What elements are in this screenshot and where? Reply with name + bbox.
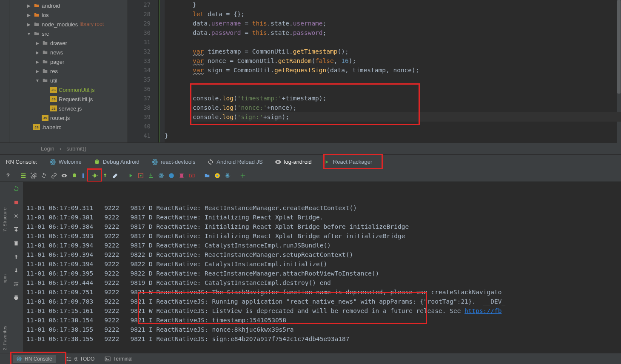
line-number: 41: [128, 131, 151, 140]
react-button-2[interactable]: [223, 171, 232, 180]
code-line-30: data.password = this.state.password;: [193, 28, 621, 37]
expand-arrow-icon[interactable]: ▼: [35, 78, 40, 83]
play-icon: [324, 159, 330, 165]
js-file-icon: JS: [50, 87, 57, 93]
log-line: 11-01 06:17:09.384 9222 9817 D ReactNati…: [26, 222, 618, 231]
up-button[interactable]: [12, 253, 20, 261]
sync-button[interactable]: [39, 171, 48, 180]
expand-arrow-icon[interactable]: ▶: [35, 50, 40, 55]
tree-item--babelrc[interactable]: JS.babelrc: [9, 122, 128, 132]
breadcrumb-class[interactable]: Login: [41, 145, 54, 152]
bottom-tab-terminal-label: Terminal: [113, 356, 132, 362]
log-line: 11-01 06:17:09.381 9222 9817 D ReactNati…: [26, 213, 618, 222]
bottom-tab-terminal[interactable]: Terminal: [105, 356, 132, 362]
tree-item-requestutil-js[interactable]: JSRequestUtil.js: [9, 94, 128, 104]
log-line: 11-01 06:17:09.751 9222 9821 W ReactNati…: [26, 287, 618, 297]
expand-arrow-icon[interactable]: ▼: [26, 31, 31, 36]
expand-arrow-icon[interactable]: ▶: [26, 3, 31, 8]
line-number-gutter: 272829303132333435363738394041: [128, 0, 159, 142]
expand-arrow-icon[interactable]: ▶: [35, 69, 40, 74]
folder-icon: [42, 77, 48, 83]
npm-button[interactable]: [187, 171, 197, 180]
tree-item-res[interactable]: ▶res: [9, 66, 128, 76]
project-tree[interactable]: ▶android▶ios▶node_moduleslibrary root▼sr…: [9, 0, 128, 142]
tab-debug-android[interactable]: Debug Android: [88, 155, 145, 169]
help-button[interactable]: ?: [3, 171, 13, 180]
wrap-button[interactable]: [12, 280, 20, 288]
expand-arrow-icon[interactable]: ▶: [35, 60, 40, 64]
log-link[interactable]: https://fb: [464, 307, 501, 314]
code-area[interactable]: } let data = {}; data.username = this.st…: [165, 0, 621, 142]
console-output[interactable]: 11-01 06:17:09.311 9222 9817 D ReactNati…: [23, 182, 621, 353]
folder-button[interactable]: [202, 171, 212, 180]
tree-item-pager[interactable]: ▶pager: [9, 57, 128, 66]
svg-point-21: [216, 174, 219, 176]
tab-android-reload[interactable]: Android Reload JS: [201, 155, 268, 169]
expand-arrow-icon[interactable]: ▶: [26, 22, 31, 27]
tree-item-router-js[interactable]: JSrouter.js: [9, 113, 128, 122]
side-tab-npm[interactable]: npm: [2, 274, 7, 283]
side-tab-favorites[interactable]: 2: Favorites: [2, 326, 7, 350]
tree-item-ios[interactable]: ▶ios: [9, 10, 128, 20]
side-tab-structure[interactable]: 7: Structure: [2, 208, 7, 232]
config-button[interactable]: [19, 171, 28, 180]
tree-item-news[interactable]: ▶news: [9, 48, 128, 57]
link-button[interactable]: [49, 171, 59, 180]
tree-item-drawer[interactable]: ▶drawer: [9, 38, 128, 48]
trash-button[interactable]: [12, 239, 20, 247]
bottom-tab-rnconsole[interactable]: RN Console: [13, 355, 56, 363]
log-line: 11-01 06:17:09.783 9222 9821 I ReactNati…: [26, 297, 618, 306]
run-box-button[interactable]: [136, 171, 145, 180]
tab-welcome[interactable]: Welcome: [43, 155, 88, 169]
tree-label: ios: [42, 12, 49, 18]
stop-button[interactable]: [12, 198, 20, 207]
bottom-tab-todo[interactable]: 6: TODO: [66, 356, 95, 362]
scroll-end-button[interactable]: [12, 225, 20, 234]
tab-react-packager[interactable]: React Packager: [318, 155, 379, 169]
expand-arrow-icon[interactable]: ▶: [26, 13, 31, 17]
tab-log-android[interactable]: log-android: [269, 155, 318, 169]
line-number: 29: [128, 19, 151, 28]
console-title: RN Console:: [0, 155, 43, 169]
react-button[interactable]: [157, 171, 166, 180]
breadcrumb-method[interactable]: submit(): [66, 145, 86, 152]
code-line-33: var nonce = CommonUtil.getRandom(false, …: [193, 56, 621, 65]
print-button[interactable]: [12, 293, 20, 302]
svg-point-27: [19, 358, 20, 359]
tree-item-node_modules[interactable]: ▶node_moduleslibrary root: [9, 20, 128, 29]
down-button[interactable]: [12, 266, 20, 275]
folder-icon: [33, 21, 40, 27]
tree-label: android: [42, 3, 60, 9]
tree-item-service-js[interactable]: JSservice.js: [9, 104, 128, 113]
tree-item-android[interactable]: ▶android: [9, 1, 128, 10]
ruler-button[interactable]: [80, 171, 89, 180]
jest-button[interactable]: [177, 171, 186, 180]
tree-item-util[interactable]: ▼util: [9, 76, 128, 85]
eye-button[interactable]: [60, 171, 69, 180]
svg-rect-33: [105, 357, 110, 361]
line-number: 38: [128, 103, 151, 112]
left-gutter: [0, 0, 9, 142]
editor: 272829303132333435363738394041 } let dat…: [128, 0, 621, 142]
rerun-button[interactable]: [12, 185, 20, 193]
tab-react-devtools[interactable]: react-devtools: [145, 155, 202, 169]
export-button[interactable]: [100, 171, 110, 180]
bug-button[interactable]: [90, 171, 100, 180]
download-button[interactable]: [146, 171, 156, 180]
run-button[interactable]: [126, 171, 135, 180]
console-tabs: RN Console: Welcome Debug Android react-…: [0, 154, 621, 169]
add-button[interactable]: [238, 171, 248, 180]
tree-item-src[interactable]: ▼src: [9, 29, 128, 38]
fold-gutter[interactable]: [159, 0, 165, 142]
yarn-button[interactable]: [167, 171, 176, 180]
svg-rect-19: [191, 175, 192, 177]
chrome-button[interactable]: [213, 171, 222, 180]
erase-button[interactable]: [111, 171, 120, 180]
expand-arrow-icon[interactable]: ▶: [35, 41, 40, 46]
folder-icon: [42, 49, 48, 55]
close-button[interactable]: [12, 212, 20, 220]
tree-item-commonutil-js[interactable]: JSCommonUtil.js: [9, 85, 128, 94]
settings-button[interactable]: [29, 171, 38, 180]
log-line: 11-01 06:17:09.444 9222 9819 D ReactNati…: [26, 278, 618, 287]
android-button[interactable]: [70, 171, 79, 180]
